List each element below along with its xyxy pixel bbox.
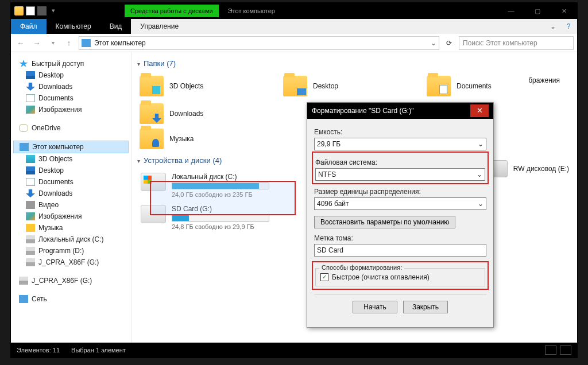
quick-format-checkbox[interactable]: ✓ Быстрое (очистка оглавления) bbox=[320, 273, 480, 281]
sidebar-item-jcpra-g2[interactable]: J_CPRA_X86F (G:) bbox=[13, 275, 129, 286]
sidebar-item-localdisk-c[interactable]: Локальный диск (C:) bbox=[13, 234, 129, 245]
pictures-icon bbox=[26, 106, 35, 114]
sidebar-item-images2[interactable]: Изображения bbox=[13, 211, 129, 222]
disk-icon bbox=[19, 277, 28, 285]
checkbox-icon: ✓ bbox=[320, 273, 328, 281]
address-text: Этот компьютер bbox=[94, 39, 427, 47]
tab-computer[interactable]: Компьютер bbox=[47, 19, 100, 34]
drive-icon bbox=[141, 205, 166, 223]
chevron-down-icon bbox=[478, 140, 483, 148]
sidebar-item-images[interactable]: Изображения bbox=[13, 104, 129, 115]
sidebar-item-jcpra-g[interactable]: J_CPRA_X86F (G:) bbox=[13, 257, 129, 268]
sidebar-quick-access[interactable]: Быстрый доступ bbox=[13, 58, 129, 69]
folder-icon bbox=[140, 76, 164, 96]
back-button[interactable]: ← bbox=[14, 37, 27, 49]
chevron-down-icon bbox=[478, 200, 483, 208]
capacity-bar bbox=[172, 182, 269, 189]
cloud-icon bbox=[19, 124, 28, 132]
folder-music[interactable]: Музыка bbox=[137, 125, 281, 153]
forward-button[interactable]: → bbox=[30, 37, 43, 49]
sidebar-item-documents[interactable]: Documents bbox=[13, 92, 129, 104]
folder-images-clipped: бражения bbox=[528, 76, 560, 84]
filesystem-select[interactable]: NTFS bbox=[315, 168, 485, 181]
file-tab[interactable]: Файл bbox=[11, 19, 47, 34]
view-tiles-button[interactable] bbox=[560, 345, 571, 355]
disk-icon bbox=[26, 235, 35, 243]
contextual-tab-label: Средства работы с дисками bbox=[125, 5, 219, 17]
minimize-button[interactable]: — bbox=[498, 3, 524, 19]
tab-view[interactable]: Вид bbox=[100, 19, 131, 34]
capacity-fill bbox=[172, 183, 259, 189]
network-icon bbox=[19, 295, 28, 303]
ribbon-expand-button[interactable]: ⌄ bbox=[546, 19, 560, 34]
drive-rw[interactable]: RW дисковод (E:) bbox=[483, 160, 569, 177]
folder-icon bbox=[140, 129, 164, 149]
dialog-close-button[interactable]: ✕ bbox=[470, 104, 489, 117]
window-title: Этот компьютер bbox=[228, 7, 275, 14]
dropdown-icon[interactable]: ▾ bbox=[49, 6, 58, 15]
capacity-label: Емкость: bbox=[314, 128, 486, 136]
document-icon bbox=[26, 94, 35, 102]
dialog-titlebar[interactable]: Форматирование "SD Card (G:)" ✕ bbox=[307, 103, 493, 119]
refresh-button[interactable]: ⟳ bbox=[443, 39, 455, 47]
properties-icon[interactable] bbox=[26, 6, 35, 15]
disk-icon bbox=[26, 247, 35, 255]
pc-icon bbox=[20, 143, 29, 151]
restore-defaults-button[interactable]: Восстановить параметры по умолчанию bbox=[314, 216, 455, 228]
new-folder-icon[interactable] bbox=[37, 6, 47, 15]
chevron-down-icon bbox=[477, 170, 482, 178]
sidebar-item-documents2[interactable]: Documents bbox=[13, 176, 129, 188]
annotation-highlight: Файловая система: NTFS bbox=[312, 152, 489, 184]
sidebar-item-desktop2[interactable]: Desktop bbox=[13, 165, 129, 176]
help-button[interactable]: ? bbox=[560, 19, 577, 34]
allocation-select[interactable]: 4096 байт bbox=[314, 197, 486, 210]
sidebar-item-downloads[interactable]: Downloads bbox=[13, 81, 129, 92]
format-methods-group: Способы форматирования: ✓ Быстрое (очист… bbox=[315, 268, 485, 286]
video-icon bbox=[26, 201, 35, 209]
folder-downloads[interactable]: Downloads bbox=[137, 100, 281, 127]
volume-label-input[interactable]: SD Card bbox=[314, 244, 486, 257]
address-bar: ← → ▾ ↑ Этот компьютер ⌄ ⟳ Поиск: Этот к… bbox=[11, 34, 577, 52]
folder-3d-objects[interactable]: 3D Objects bbox=[137, 72, 281, 100]
sidebar-network[interactable]: Сеть bbox=[13, 293, 129, 305]
start-button[interactable]: Начать bbox=[353, 301, 397, 313]
capacity-fill bbox=[172, 215, 189, 221]
tab-manage[interactable]: Управление bbox=[131, 19, 188, 34]
up-button[interactable]: ↑ bbox=[63, 37, 75, 49]
close-button[interactable]: ✕ bbox=[551, 3, 577, 19]
sidebar-this-pc[interactable]: Этот компьютер bbox=[13, 141, 129, 153]
sidebar-item-programm-d[interactable]: Programm (D:) bbox=[13, 245, 129, 257]
folders-section-header[interactable]: Папки (7) bbox=[137, 59, 571, 68]
capacity-select[interactable]: 29,9 ГБ bbox=[314, 138, 486, 150]
drive-c[interactable]: Локальный диск (C:) 24,0 ГБ свободно из … bbox=[137, 169, 281, 201]
cube-icon bbox=[26, 155, 35, 163]
sidebar-item-music[interactable]: Музыка bbox=[13, 222, 129, 234]
drive-g-sdcard[interactable]: SD Card (G:) 24,8 ГБ свободно из 29,9 ГБ bbox=[137, 201, 281, 234]
navigation-sidebar: Быстрый доступ Desktop Downloads Documen… bbox=[11, 52, 131, 343]
view-details-button[interactable] bbox=[545, 345, 556, 355]
sidebar-onedrive[interactable]: OneDrive bbox=[13, 122, 129, 134]
annotation-highlight: Способы форматирования: ✓ Быстрое (очист… bbox=[312, 261, 489, 290]
recent-button[interactable]: ▾ bbox=[47, 37, 59, 49]
dialog-title: Форматирование "SD Card (G:)" bbox=[312, 107, 413, 115]
volume-label-label: Метка тома: bbox=[314, 234, 486, 242]
maximize-button[interactable]: ▢ bbox=[524, 3, 551, 19]
sidebar-item-3d[interactable]: 3D Objects bbox=[13, 153, 129, 165]
status-selected: Выбран 1 элемент bbox=[71, 347, 126, 354]
ribbon: Файл Компьютер Вид Управление ⌄ ? bbox=[11, 19, 577, 34]
folder-desktop[interactable]: Desktop bbox=[281, 72, 424, 100]
pc-icon bbox=[82, 39, 91, 47]
address-field[interactable]: Этот компьютер ⌄ bbox=[79, 36, 439, 50]
chevron-down-icon[interactable]: ⌄ bbox=[431, 39, 436, 47]
filesystem-label: Файловая система: bbox=[315, 158, 485, 166]
folder-icon bbox=[427, 76, 451, 96]
download-icon bbox=[26, 83, 35, 91]
search-input[interactable]: Поиск: Этот компьютер bbox=[459, 36, 574, 50]
close-dialog-button[interactable]: Закрыть bbox=[403, 301, 448, 313]
desktop-icon bbox=[26, 71, 35, 79]
app-icon bbox=[14, 6, 24, 15]
format-dialog: Форматирование "SD Card (G:)" ✕ Емкость:… bbox=[307, 102, 494, 328]
sidebar-item-downloads2[interactable]: Downloads bbox=[13, 188, 129, 199]
sidebar-item-desktop[interactable]: Desktop bbox=[13, 69, 129, 81]
sidebar-item-video[interactable]: Видео bbox=[13, 199, 129, 211]
